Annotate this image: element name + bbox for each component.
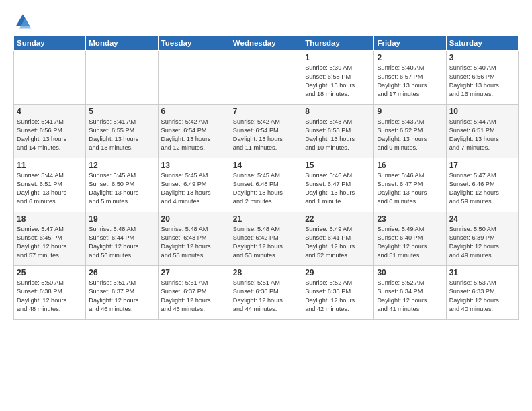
day-cell — [230, 51, 302, 105]
cell-text: Sunrise: 5:41 AM — [89, 118, 154, 126]
col-header-wednesday: Wednesday — [230, 36, 302, 51]
logo — [13, 12, 35, 31]
day-number: 28 — [233, 268, 299, 277]
cell-text: Sunset: 6:54 PM — [233, 126, 299, 135]
cell-text: Daylight: 12 hours — [161, 296, 227, 305]
cell-text: Sunset: 6:50 PM — [89, 180, 154, 189]
cell-text: Sunset: 6:51 PM — [449, 126, 515, 135]
day-cell: 7Sunrise: 5:42 AMSunset: 6:54 PMDaylight… — [230, 105, 302, 158]
cell-text: and 52 minutes. — [305, 251, 371, 260]
day-number: 7 — [233, 107, 299, 116]
cell-text: Sunrise: 5:51 AM — [161, 279, 227, 287]
day-cell: 21Sunrise: 5:48 AMSunset: 6:42 PMDayligh… — [230, 212, 302, 266]
cell-text: and 12 minutes. — [161, 144, 227, 152]
day-number: 16 — [377, 161, 443, 170]
cell-text: and 44 minutes. — [233, 305, 299, 314]
cell-text: Daylight: 12 hours — [449, 296, 515, 305]
cell-text: and 46 minutes. — [89, 305, 154, 314]
day-number: 25 — [17, 268, 83, 277]
day-number: 5 — [89, 107, 154, 116]
cell-text: Sunrise: 5:49 AM — [377, 225, 443, 234]
cell-text: Sunrise: 5:43 AM — [305, 118, 371, 126]
cell-text: Sunrise: 5:45 AM — [233, 171, 299, 180]
cell-text: Daylight: 13 hours — [161, 135, 227, 144]
cell-text: Daylight: 13 hours — [305, 189, 371, 197]
day-cell — [86, 51, 158, 105]
day-cell: 9Sunrise: 5:43 AMSunset: 6:52 PMDaylight… — [374, 105, 446, 158]
cell-text: Daylight: 12 hours — [89, 242, 154, 251]
cell-text: Sunrise: 5:53 AM — [449, 279, 515, 287]
cell-text: and 0 minutes. — [377, 197, 443, 206]
cell-text: Sunset: 6:46 PM — [449, 180, 515, 189]
cell-text: Daylight: 12 hours — [377, 296, 443, 305]
cell-text: Sunset: 6:47 PM — [305, 180, 371, 189]
cell-text: and 17 minutes. — [377, 90, 443, 99]
cell-text: and 9 minutes. — [377, 144, 443, 152]
cell-text: Sunset: 6:38 PM — [17, 287, 83, 296]
cell-text: and 41 minutes. — [377, 305, 443, 314]
cell-text: Daylight: 13 hours — [305, 81, 371, 90]
cell-text: Sunset: 6:56 PM — [17, 126, 83, 135]
cell-text: Sunrise: 5:46 AM — [305, 171, 371, 180]
day-cell: 19Sunrise: 5:48 AMSunset: 6:44 PMDayligh… — [86, 212, 158, 266]
cell-text: and 14 minutes. — [17, 144, 83, 152]
day-cell: 16Sunrise: 5:46 AMSunset: 6:47 PMDayligh… — [374, 158, 446, 212]
cell-text: Sunrise: 5:52 AM — [305, 279, 371, 287]
cell-text: Sunrise: 5:45 AM — [89, 171, 154, 180]
cell-text: and 2 minutes. — [233, 197, 299, 206]
day-number: 8 — [305, 107, 371, 116]
week-row-5: 25Sunrise: 5:50 AMSunset: 6:38 PMDayligh… — [14, 266, 519, 320]
cell-text: Daylight: 13 hours — [377, 189, 443, 197]
cell-text: and 16 minutes. — [449, 90, 515, 99]
cell-text: Sunset: 6:40 PM — [377, 234, 443, 242]
week-row-3: 11Sunrise: 5:44 AMSunset: 6:51 PMDayligh… — [14, 158, 519, 212]
cell-text: Daylight: 12 hours — [449, 242, 515, 251]
cell-text: Sunset: 6:33 PM — [449, 287, 515, 296]
cell-text: Sunset: 6:47 PM — [377, 180, 443, 189]
cell-text: Daylight: 12 hours — [305, 242, 371, 251]
day-cell: 27Sunrise: 5:51 AMSunset: 6:37 PMDayligh… — [158, 266, 230, 320]
cell-text: Sunrise: 5:50 AM — [17, 279, 83, 287]
week-row-1: 1Sunrise: 5:39 AMSunset: 6:58 PMDaylight… — [14, 51, 519, 105]
cell-text: Sunrise: 5:44 AM — [17, 171, 83, 180]
cell-text: Sunrise: 5:50 AM — [449, 225, 515, 234]
day-cell: 24Sunrise: 5:50 AMSunset: 6:39 PMDayligh… — [446, 212, 518, 266]
cell-text: Sunrise: 5:41 AM — [17, 118, 83, 126]
day-number: 19 — [89, 214, 154, 224]
col-header-monday: Monday — [86, 36, 158, 51]
cell-text: Daylight: 12 hours — [17, 242, 83, 251]
calendar-table: SundayMondayTuesdayWednesdayThursdayFrid… — [13, 35, 519, 320]
day-number: 14 — [233, 161, 299, 170]
cell-text: and 53 minutes. — [233, 251, 299, 260]
cell-text: and 49 minutes. — [449, 251, 515, 260]
cell-text: and 11 minutes. — [233, 144, 299, 152]
day-cell: 5Sunrise: 5:41 AMSunset: 6:55 PMDaylight… — [86, 105, 158, 158]
cell-text: Daylight: 12 hours — [233, 296, 299, 305]
day-number: 23 — [377, 214, 443, 224]
cell-text: and 13 minutes. — [89, 144, 154, 152]
day-number: 20 — [161, 214, 227, 224]
cell-text: Sunset: 6:56 PM — [449, 73, 515, 81]
cell-text: and 51 minutes. — [377, 251, 443, 260]
cell-text: Sunrise: 5:39 AM — [305, 64, 371, 73]
cell-text: Sunset: 6:37 PM — [161, 287, 227, 296]
day-number: 29 — [305, 268, 371, 277]
cell-text: Daylight: 13 hours — [161, 189, 227, 197]
col-header-friday: Friday — [374, 36, 446, 51]
day-cell: 1Sunrise: 5:39 AMSunset: 6:58 PMDaylight… — [302, 51, 374, 105]
day-cell: 3Sunrise: 5:40 AMSunset: 6:56 PMDaylight… — [446, 51, 518, 105]
week-row-2: 4Sunrise: 5:41 AMSunset: 6:56 PMDaylight… — [14, 105, 519, 158]
day-cell: 15Sunrise: 5:46 AMSunset: 6:47 PMDayligh… — [302, 158, 374, 212]
col-header-tuesday: Tuesday — [158, 36, 230, 51]
cell-text: and 5 minutes. — [89, 197, 154, 206]
cell-text: and 40 minutes. — [449, 305, 515, 314]
cell-text: and 45 minutes. — [161, 305, 227, 314]
cell-text: Daylight: 13 hours — [17, 189, 83, 197]
day-cell: 20Sunrise: 5:48 AMSunset: 6:43 PMDayligh… — [158, 212, 230, 266]
day-cell: 14Sunrise: 5:45 AMSunset: 6:48 PMDayligh… — [230, 158, 302, 212]
day-number: 26 — [89, 268, 154, 277]
cell-text: Sunset: 6:34 PM — [377, 287, 443, 296]
cell-text: Sunset: 6:45 PM — [17, 234, 83, 242]
day-cell: 22Sunrise: 5:49 AMSunset: 6:41 PMDayligh… — [302, 212, 374, 266]
day-number: 4 — [17, 107, 83, 116]
